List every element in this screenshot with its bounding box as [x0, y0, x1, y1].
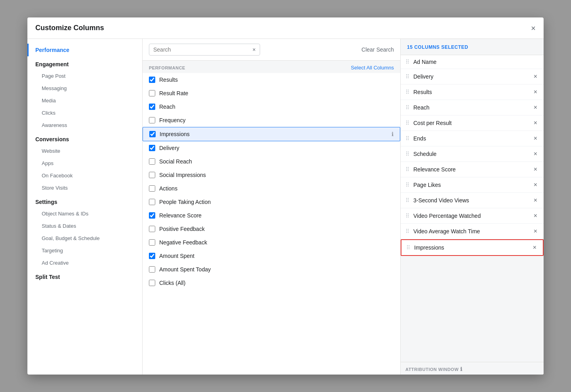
drag-handle-schedule[interactable]: ⠿ [405, 151, 409, 157]
sidebar-item-on-facebook[interactable]: On Facebook [27, 169, 142, 182]
drag-handle-video-pct-watched[interactable]: ⠿ [405, 213, 409, 219]
drag-handle-reach[interactable]: ⠿ [405, 104, 409, 111]
sidebar-item-awareness[interactable]: Awareness [27, 119, 142, 131]
selected-item-video-avg-watch-time: ⠿Video Average Watch Time× [401, 224, 544, 239]
selected-item-label-relevance-score: Relevance Score [413, 166, 529, 173]
selected-item-cost-per-result: ⠿Cost per Result× [401, 115, 544, 131]
drag-handle-impressions[interactable]: ⠿ [406, 244, 410, 251]
sidebar-section-header: Settings [27, 194, 142, 208]
column-item-clicks-all[interactable]: Clicks (All) [143, 276, 400, 290]
remove-button-delivery[interactable]: × [532, 73, 539, 81]
drag-handle-cost-per-result[interactable]: ⠿ [405, 120, 409, 126]
column-item-delivery[interactable]: Delivery [143, 141, 400, 155]
sidebar-item-apps[interactable]: Apps [27, 157, 142, 169]
modal-header: Customize Columns × [27, 17, 544, 39]
checkbox-people-taking-action[interactable] [149, 199, 155, 205]
selected-item-label-schedule: Schedule [413, 151, 529, 157]
info-icon-impressions[interactable]: ℹ [392, 131, 394, 137]
remove-button-schedule[interactable]: × [532, 150, 539, 158]
column-item-result-rate[interactable]: Result Rate [143, 86, 400, 100]
sidebar-item-page-post[interactable]: Page Post [27, 70, 142, 82]
checkbox-social-reach[interactable] [149, 158, 155, 165]
drag-handle-ad-name[interactable]: ⠿ [405, 59, 409, 65]
column-item-social-reach[interactable]: Social Reach [143, 155, 400, 168]
checkbox-delivery[interactable] [149, 145, 155, 151]
select-all-button[interactable]: Select All Columns [351, 65, 394, 71]
selected-item-label-results: Results [413, 89, 529, 95]
clear-search-button[interactable]: Clear Search [361, 46, 394, 53]
column-item-relevance-score[interactable]: Relevance Score [143, 209, 400, 222]
sidebar-item-clicks[interactable]: Clicks [27, 107, 142, 119]
sidebar-item-goal-budget-schedule[interactable]: Goal, Budget & Schedule [27, 232, 142, 244]
drag-handle-video-avg-watch-time[interactable]: ⠿ [405, 228, 409, 234]
remove-button-relevance-score[interactable]: × [532, 165, 539, 173]
column-item-reach[interactable]: Reach [143, 100, 400, 113]
column-item-actions[interactable]: Actions [143, 182, 400, 195]
column-item-negative-feedback[interactable]: Negative Feedback [143, 236, 400, 249]
middle-column: × Clear Search PERFORMANCESelect All Col… [143, 39, 401, 375]
column-item-positive-feedback[interactable]: Positive Feedback [143, 222, 400, 236]
search-input[interactable] [153, 46, 251, 53]
drag-handle-3sec-video-views[interactable]: ⠿ [405, 197, 409, 204]
selected-item-reach: ⠿Reach× [401, 100, 544, 115]
drag-handle-ends[interactable]: ⠿ [405, 135, 409, 142]
checkbox-social-impressions[interactable] [149, 172, 155, 178]
remove-button-reach[interactable]: × [532, 104, 539, 111]
checkbox-results[interactable] [149, 77, 155, 83]
column-item-amount-spent-today[interactable]: Amount Spent Today [143, 263, 400, 276]
checkbox-frequency[interactable] [149, 117, 155, 123]
attribution-label: ATTRIBUTION WINDOW ℹ [405, 366, 539, 372]
search-clear-icon[interactable]: × [251, 46, 256, 53]
selected-item-label-ends: Ends [413, 135, 529, 142]
remove-button-video-avg-watch-time[interactable]: × [532, 227, 539, 235]
search-bar: × Clear Search [143, 39, 400, 61]
column-label-amount-spent-today: Amount Spent Today [159, 266, 394, 273]
drag-handle-delivery[interactable]: ⠿ [405, 73, 409, 80]
remove-button-cost-per-result[interactable]: × [532, 119, 539, 127]
column-item-people-taking-action[interactable]: People Taking Action [143, 195, 400, 209]
column-item-social-impressions[interactable]: Social Impressions [143, 168, 400, 182]
selected-item-results: ⠿Results× [401, 85, 544, 100]
checkbox-negative-feedback[interactable] [149, 239, 155, 246]
sidebar-item-performance[interactable]: Performance [27, 44, 142, 56]
column-label-amount-spent: Amount Spent [159, 253, 394, 259]
attribution-info-icon: ℹ [460, 366, 463, 372]
remove-button-page-likes[interactable]: × [532, 181, 539, 189]
sidebar-item-ad-creative[interactable]: Ad Creative [27, 257, 142, 269]
sidebar-item-website[interactable]: Website [27, 145, 142, 157]
remove-button-video-pct-watched[interactable]: × [532, 212, 539, 220]
checkbox-amount-spent-today[interactable] [149, 266, 155, 273]
checkbox-positive-feedback[interactable] [149, 226, 155, 232]
remove-button-results[interactable]: × [532, 88, 539, 96]
column-item-results[interactable]: Results [143, 73, 400, 86]
remove-button-ends[interactable]: × [532, 135, 539, 142]
checkbox-reach[interactable] [149, 104, 155, 110]
selected-item-label-reach: Reach [413, 104, 529, 111]
column-label-people-taking-action: People Taking Action [159, 199, 394, 205]
remove-button-impressions[interactable]: × [531, 244, 538, 252]
right-header: 15 COLUMNS SELECTED [401, 39, 544, 55]
sidebar-item-status-dates[interactable]: Status & Dates [27, 220, 142, 232]
sidebar-item-targeting[interactable]: Targeting [27, 244, 142, 257]
column-label-negative-feedback: Negative Feedback [159, 239, 394, 246]
remove-button-3sec-video-views[interactable]: × [532, 196, 539, 204]
sidebar-item-store-visits[interactable]: Store Visits [27, 182, 142, 194]
search-input-wrap: × [149, 44, 260, 56]
sidebar-item-messaging[interactable]: Messaging [27, 82, 142, 94]
drag-handle-relevance-score[interactable]: ⠿ [405, 166, 409, 173]
column-item-frequency[interactable]: Frequency [143, 113, 400, 127]
sidebar-item-object-names-ids[interactable]: Object Names & IDs [27, 208, 142, 220]
checkbox-clicks-all[interactable] [149, 280, 155, 286]
checkbox-actions[interactable] [149, 185, 155, 192]
checkbox-amount-spent[interactable] [149, 253, 155, 259]
columns-selected-label: 15 COLUMNS SELECTED [407, 44, 468, 50]
checkbox-impressions[interactable] [149, 131, 156, 137]
drag-handle-results[interactable]: ⠿ [405, 89, 409, 95]
column-item-amount-spent[interactable]: Amount Spent [143, 249, 400, 263]
column-item-impressions[interactable]: ImpressionsℹDEFINITIONThe number of time… [143, 127, 400, 141]
drag-handle-page-likes[interactable]: ⠿ [405, 182, 409, 188]
modal-close-button[interactable]: × [531, 24, 536, 32]
checkbox-result-rate[interactable] [149, 90, 155, 96]
checkbox-relevance-score[interactable] [149, 212, 155, 219]
sidebar-item-media[interactable]: Media [27, 94, 142, 107]
